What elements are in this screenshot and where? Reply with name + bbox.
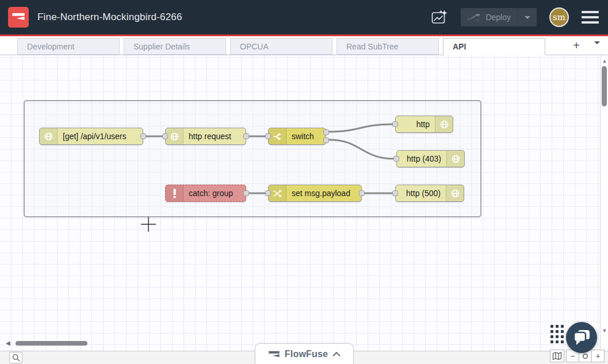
add-flow-button[interactable]: + (570, 39, 583, 52)
chat-icon (572, 328, 591, 347)
input-port[interactable] (162, 133, 168, 139)
ai-assistant-button[interactable] (429, 6, 450, 28)
globe-icon (435, 116, 453, 132)
view-navigator-button[interactable] (550, 350, 564, 362)
tab-label: Read SubTree (337, 42, 399, 51)
search-icon (12, 354, 20, 362)
tab-label: OPCUA (231, 42, 269, 51)
flow-node-http-response-500[interactable]: http (500) (395, 185, 464, 202)
chevron-down-icon (594, 41, 600, 54)
flow-node-http-request[interactable]: http request (165, 128, 246, 145)
zoom-in-button[interactable]: + (591, 350, 605, 362)
deploy-button-main[interactable]: Deploy (461, 13, 518, 22)
banner-label: FlowFuse (285, 349, 328, 359)
avatar[interactable]: sm (549, 7, 569, 27)
scroll-up-arrow[interactable]: ▲ (601, 58, 608, 64)
tab-label: Supplier Details (124, 42, 190, 51)
scroll-down-arrow[interactable]: ▼ (601, 328, 608, 334)
tab-label: Development (18, 42, 75, 51)
flow-node-http-response-403[interactable]: http (403) (396, 150, 465, 167)
flow-node-change-set-payload[interactable]: set msg.payload (268, 185, 362, 202)
flow-list-button[interactable] (594, 44, 600, 55)
deploy-icon (468, 13, 480, 22)
tab-opcua[interactable]: OPCUA (230, 38, 332, 55)
vertical-scrollbar-thumb[interactable] (602, 66, 607, 106)
input-port[interactable] (393, 156, 399, 162)
flow-tab-bar: DevelopmentSupplier DetailsOPCUARead Sub… (0, 36, 608, 55)
chevron-up-icon (332, 352, 341, 357)
flow-node-catch-group[interactable]: catch: group (165, 185, 246, 202)
scroll-left-arrow[interactable]: ◀ (6, 340, 10, 346)
header-actions: Deploy sm (429, 6, 599, 28)
map-icon (552, 352, 562, 360)
tab-supplier-details[interactable]: Supplier Details (124, 38, 226, 55)
node-label: switch (286, 128, 326, 144)
node-label: set msg.payload (286, 185, 361, 201)
node-label: http (403) (397, 151, 446, 167)
node-label: http request (183, 128, 246, 144)
horizontal-scrollbar-thumb[interactable] (16, 341, 87, 346)
ai-assistant-icon (431, 9, 448, 25)
search-flows-button[interactable] (9, 352, 22, 363)
exclamation-icon (166, 185, 183, 201)
input-port[interactable] (392, 190, 398, 196)
hamburger-icon (582, 11, 599, 13)
flow-node-switch[interactable]: switch (268, 128, 326, 145)
flow-node-http-in-get-users[interactable]: [get] /api/v1/users (39, 128, 143, 145)
output-port[interactable] (243, 133, 249, 139)
vertical-scrollbar[interactable]: ▲ ▼ (600, 55, 608, 351)
input-port[interactable] (265, 190, 271, 196)
globe-icon (166, 128, 183, 144)
shuffle-icon (269, 185, 286, 201)
tab-list: DevelopmentSupplier DetailsOPCUARead Sub… (17, 38, 549, 55)
deploy-options-button[interactable] (518, 8, 537, 26)
output-port[interactable] (359, 190, 365, 196)
flowfuse-banner-button[interactable]: FlowFuse (255, 343, 354, 364)
deploy-label: Deploy (485, 13, 511, 22)
globe-icon (446, 185, 464, 201)
globe-icon (446, 151, 464, 167)
node-label: http (396, 116, 435, 132)
globe-icon (40, 128, 58, 144)
header-bar: Fine-Northern-Mockingbird-6266 Deploy (0, 0, 608, 35)
flowfuse-logo-icon (12, 10, 25, 24)
tab-label: API (443, 42, 466, 51)
chevron-down-icon (525, 16, 530, 19)
deploy-button[interactable]: Deploy (461, 8, 537, 26)
input-port[interactable] (265, 133, 271, 139)
zoom-reset-icon (582, 353, 588, 359)
output-port[interactable] (323, 137, 329, 143)
tab-read-subtree[interactable]: Read SubTree (336, 38, 439, 55)
tab-api[interactable]: API (443, 38, 545, 55)
output-port[interactable] (140, 133, 146, 139)
chat-widget-button[interactable] (566, 322, 597, 353)
fork-icon (269, 128, 286, 144)
input-port[interactable] (392, 121, 398, 127)
widget-drag-handle[interactable] (550, 325, 564, 343)
node-label: http (500) (396, 185, 446, 201)
flowfuse-logo (8, 7, 29, 28)
avatar-initials: sm (553, 12, 565, 22)
flowfuse-logo-icon (268, 348, 280, 361)
node-label: [get] /api/v1/users (58, 128, 143, 144)
flow-wires-layer (0, 55, 608, 351)
output-port[interactable] (243, 190, 249, 196)
output-port[interactable] (323, 129, 329, 135)
node-label: catch: group (183, 185, 246, 201)
main-menu-button[interactable] (582, 11, 599, 24)
flow-canvas[interactable]: ▲ ▼ ◀ [get] /api/v1/usershttp requestswi… (0, 55, 608, 351)
header-accent-line (0, 35, 608, 36)
flow-node-http-response[interactable]: http (395, 116, 453, 133)
crosshair-cursor (141, 217, 156, 232)
page-title: Fine-Northern-Mockingbird-6266 (37, 12, 182, 23)
tab-development[interactable]: Development (17, 38, 120, 55)
